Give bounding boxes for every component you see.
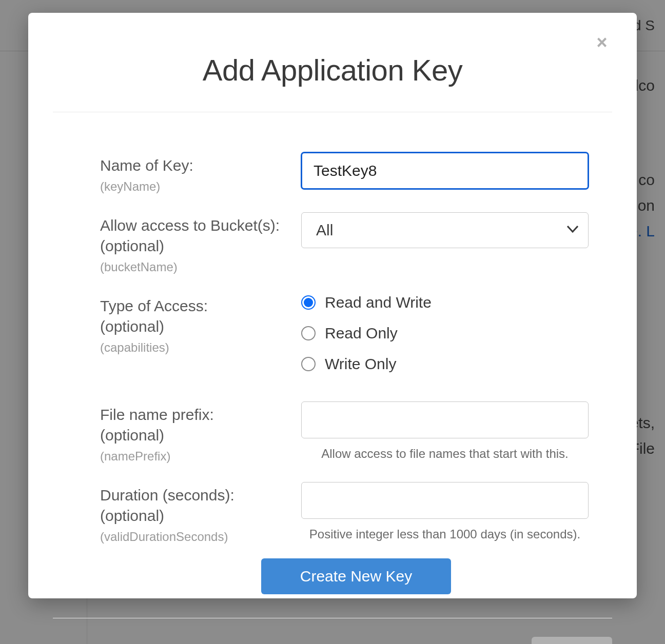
- prefix-sublabel: (optional): [100, 425, 301, 446]
- radio-read-only[interactable]: Read Only: [301, 325, 589, 342]
- field-row-access: Type of Access: (optional) (capabilities…: [100, 293, 612, 373]
- input-col: Allow access to file names that start wi…: [301, 401, 589, 461]
- add-application-key-modal: × Add Application Key Name of Key: (keyN…: [28, 13, 637, 598]
- access-hint: (capabilities): [100, 340, 301, 355]
- field-row-name: Name of Key: (keyName): [100, 152, 612, 194]
- prefix-input[interactable]: [301, 401, 589, 438]
- field-row-prefix: File name prefix: (optional) (namePrefix…: [100, 401, 612, 464]
- duration-label: Duration (seconds):: [100, 485, 301, 506]
- modal-title: Add Application Key: [28, 53, 637, 87]
- input-col: All: [301, 212, 589, 248]
- prefix-help: Allow access to file names that start wi…: [301, 447, 589, 461]
- radio-label: Read Only: [325, 325, 398, 342]
- label-col: Name of Key: (keyName): [100, 152, 301, 194]
- input-col: Positive integer less than 1000 days (in…: [301, 482, 589, 541]
- duration-hint: (validDurationSeconds): [100, 530, 301, 544]
- radio-label: Read and Write: [325, 294, 432, 311]
- bucket-sublabel: (optional): [100, 236, 301, 257]
- label-col: Allow access to Bucket(s): (optional) (b…: [100, 212, 301, 274]
- prefix-label: File name prefix:: [100, 405, 301, 426]
- close-button[interactable]: ×: [592, 33, 612, 54]
- label-col: File name prefix: (optional) (namePrefix…: [100, 401, 301, 464]
- field-row-duration: Duration (seconds): (optional) (validDur…: [100, 482, 612, 544]
- field-row-bucket: Allow access to Bucket(s): (optional) (b…: [100, 212, 612, 274]
- create-new-key-button[interactable]: Create New Key: [261, 558, 451, 594]
- close-icon: ×: [596, 32, 607, 53]
- bucket-label: Allow access to Bucket(s):: [100, 215, 301, 236]
- radio-read-write[interactable]: Read and Write: [301, 294, 589, 311]
- duration-input[interactable]: [301, 482, 589, 519]
- access-radio-group: Read and Write Read Only Write Only: [301, 293, 589, 373]
- radio-label: Write Only: [325, 355, 396, 373]
- bucket-select[interactable]: All: [301, 212, 589, 248]
- radio-icon: [301, 357, 316, 371]
- application-key-form: Name of Key: (keyName) Allow access to B…: [28, 112, 637, 594]
- name-label: Name of Key:: [100, 155, 301, 176]
- submit-row: Create New Key: [100, 558, 612, 594]
- cancel-button[interactable]: Cancel: [532, 637, 612, 645]
- key-name-input[interactable]: [301, 152, 589, 189]
- bucket-select-wrap: All: [301, 212, 589, 248]
- label-col: Duration (seconds): (optional) (validDur…: [100, 482, 301, 544]
- input-col: [301, 152, 589, 189]
- access-sublabel: (optional): [100, 316, 301, 337]
- label-col: Type of Access: (optional) (capabilities…: [100, 293, 301, 355]
- modal-footer: Cancel: [28, 618, 637, 645]
- prefix-hint: (namePrefix): [100, 449, 301, 464]
- radio-icon: [301, 326, 316, 340]
- name-hint: (keyName): [100, 179, 301, 194]
- duration-sublabel: (optional): [100, 506, 301, 527]
- duration-help: Positive integer less than 1000 days (in…: [301, 527, 589, 541]
- radio-write-only[interactable]: Write Only: [301, 355, 589, 373]
- radio-icon: [301, 295, 316, 310]
- access-label: Type of Access:: [100, 296, 301, 317]
- input-col: Read and Write Read Only Write Only: [301, 293, 589, 373]
- bucket-hint: (bucketName): [100, 260, 301, 274]
